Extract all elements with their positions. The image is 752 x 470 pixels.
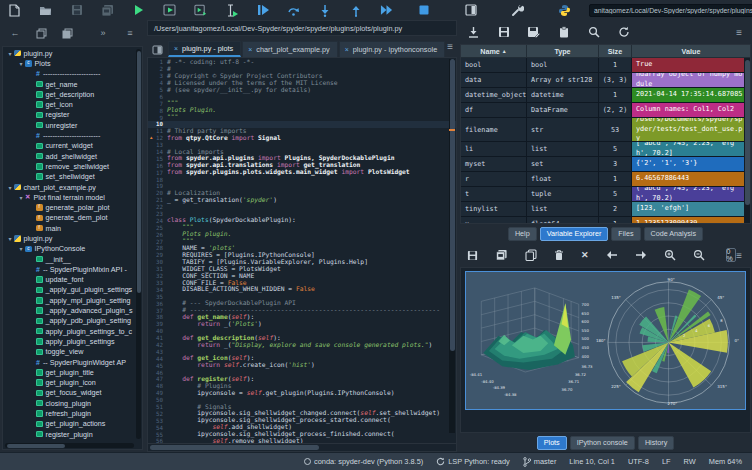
remove-plot-icon[interactable] [554,249,564,262]
go-to-cursor-icon[interactable]: ← [8,28,22,38]
outline-item[interactable]: get_plugin_title [4,367,135,377]
save-plot-icon[interactable] [467,249,478,262]
refresh-icon[interactable] [617,26,630,39]
tab-variable-explorer[interactable]: Variable Explorer [540,227,609,241]
outline-item[interactable]: _apply_advanced_plugin_s [4,305,135,315]
outline-item[interactable]: get_plugin_actions [4,419,135,429]
column-header-value[interactable]: Value [632,45,750,57]
tab-help[interactable]: Help [508,227,537,241]
save-data-icon[interactable] [497,26,510,39]
editor-tab-plugin-ipythonconsole[interactable]: ×plugin.py - ipythonconsole [339,41,445,57]
next-plot-icon[interactable] [635,249,647,262]
variable-row[interactable]: tinylistlist2[123, 'efgh'] [461,202,750,217]
working-directory-combobox[interactable]: anitagomez/Local/Dev-Spyder/spyder/spyde… [589,4,752,17]
import-data-icon[interactable] [467,26,480,39]
outline-item[interactable]: ▾plugin.py [4,48,135,58]
run-cell-advance-icon[interactable] [194,4,207,17]
zoom-in-icon[interactable] [664,249,676,262]
outline-item[interactable]: get_plugin_icon [4,378,135,388]
conda-env-status[interactable]: conda: spyder-dev (Python 3.8.5) [304,457,423,466]
outline-item[interactable]: register [4,110,135,120]
outline-item[interactable]: register_plugin [4,429,135,439]
expand-arrow-icon[interactable]: ▾ [17,245,25,252]
editor-horizontal-scrollbar[interactable] [147,444,457,452]
remove-all-plots-icon[interactable]: ✕ [581,249,589,262]
close-icon[interactable]: × [248,46,252,53]
outline-vertical-scrollbar[interactable] [136,49,141,439]
variable-row[interactable]: lilist5['abcd', 745, 2.23, 'efgh', 70.2] [461,142,750,157]
outline-item[interactable]: ▾cIPythonConsole [4,244,135,254]
outline-item[interactable]: #------------------------ [4,130,135,140]
editor-tab-chart-plot-example[interactable]: ×chart_plot_example.py [242,41,338,57]
tab-code-analysis[interactable]: Code Analysis [644,227,704,241]
open-file-icon[interactable] [39,4,52,17]
preferences-wrench-icon[interactable] [511,4,524,17]
step-over-icon[interactable] [287,4,300,17]
browse-tabs-icon[interactable] [149,42,165,57]
outline-item[interactable]: get_icon [4,99,135,109]
run-cell-icon[interactable] [163,4,176,17]
outline-item[interactable]: add_shellwidget [4,151,135,161]
variable-row[interactable]: filenamestr53/Users/Documents/spyder/spy… [461,118,750,142]
outline-item[interactable]: ▾plugin.py [4,233,135,243]
outline-item[interactable]: _apply_gui_plugin_settings [4,285,135,295]
continue-icon[interactable] [380,4,393,17]
tab-plots[interactable]: Plots [537,436,567,450]
outline-item[interactable]: ▾chart_plot_example.py [4,182,135,192]
outline-horizontal-scrollbar[interactable] [5,443,134,448]
variable-row[interactable]: dfDataFrame(2, 2)Column names: Col1, Col… [461,103,750,118]
expand-all-icon[interactable] [60,28,74,39]
expand-arrow-icon[interactable]: ▾ [17,194,25,201]
git-branch-status[interactable]: master [523,457,557,467]
outline-item[interactable]: get_description [4,89,135,99]
save-all-icon[interactable] [101,4,114,17]
variable-row[interactable]: dataArray of str128(3, 3)ndarray object … [461,73,750,88]
variable-table-scrollbar[interactable] [744,58,750,223]
outline-item[interactable]: get_name [4,79,135,89]
outline-item[interactable]: __init__ [4,254,135,264]
expand-arrow-icon[interactable]: ▾ [6,50,14,57]
outline-item[interactable]: _apply_mpl_plugin_setting [4,295,135,305]
tab-files[interactable]: Files [611,227,640,241]
expand-arrow-icon[interactable]: ▾ [17,60,25,67]
editor-options-icon[interactable]: ≡ [447,41,453,52]
follow-cursor-icon[interactable]: » [96,28,110,38]
outline-item[interactable]: apply_plugin_settings_to_c [4,326,135,336]
variable-row[interactable]: xfloat6411.1235123099439 [461,217,750,224]
variable-row[interactable]: datetime_objectdatetime12021-04-14 17:35… [461,88,750,103]
search-icon[interactable] [587,26,600,39]
maximize-pane-icon[interactable] [464,4,477,17]
expand-arrow-icon[interactable]: ▾ [6,184,14,191]
variable-row[interactable]: mysetset3{'2', '1', '3'} [461,157,750,172]
previous-plot-icon[interactable] [606,249,618,262]
outline-item[interactable]: toggle_view [4,347,135,357]
outline-item[interactable]: remove_shellwidget [4,161,135,171]
tab-history[interactable]: History [638,436,674,450]
variable-row[interactable]: rfloat16.46567886443 [461,172,750,187]
outline-item[interactable]: ▾✕Plot final terrain model [4,192,135,202]
save-data-as-icon[interactable] [527,26,540,39]
outline-item[interactable]: set_shellwidget [4,172,135,182]
tab-ipython-console[interactable]: IPython console [570,436,635,450]
column-header-type[interactable]: Type [527,45,599,57]
save-icon[interactable] [70,4,83,17]
outline-item[interactable]: fgenerate_polar_plot [4,202,135,212]
variable-row[interactable]: ttuple5('abcd', 745, 2.23, 'efgh', 70.2) [461,187,750,202]
variable-row[interactable]: boolbool1True [461,58,750,73]
column-header-size[interactable]: Size [599,45,632,57]
outline-item[interactable]: fmain [4,223,135,233]
outline-item[interactable]: #-- SpyderPluginMixin API - [4,264,135,274]
plots-options-icon[interactable]: ≡ [736,250,742,261]
lsp-status[interactable]: LSP Python: ready [436,457,510,466]
step-into-icon[interactable] [318,4,331,17]
outline-item[interactable]: fgenerate_dem_plot [4,213,135,223]
new-file-icon[interactable] [8,4,21,17]
stop-icon[interactable] [417,4,430,17]
outline-item[interactable]: update_font [4,275,135,285]
selected-plot-thumbnail[interactable]: 700 650 600 550 500 450 400 36.73 36.72 … [465,271,746,410]
editor-tab-plugin-plots[interactable]: ×plugin.py - plots [168,41,241,57]
code-editor[interactable]: 1# -*- coding: utf-8 -*-2#3# Copyright ©… [147,57,457,444]
zoom-out-icon[interactable] [693,249,705,262]
run-selection-icon[interactable] [225,4,238,17]
expand-arrow-icon[interactable]: ▾ [6,235,14,242]
